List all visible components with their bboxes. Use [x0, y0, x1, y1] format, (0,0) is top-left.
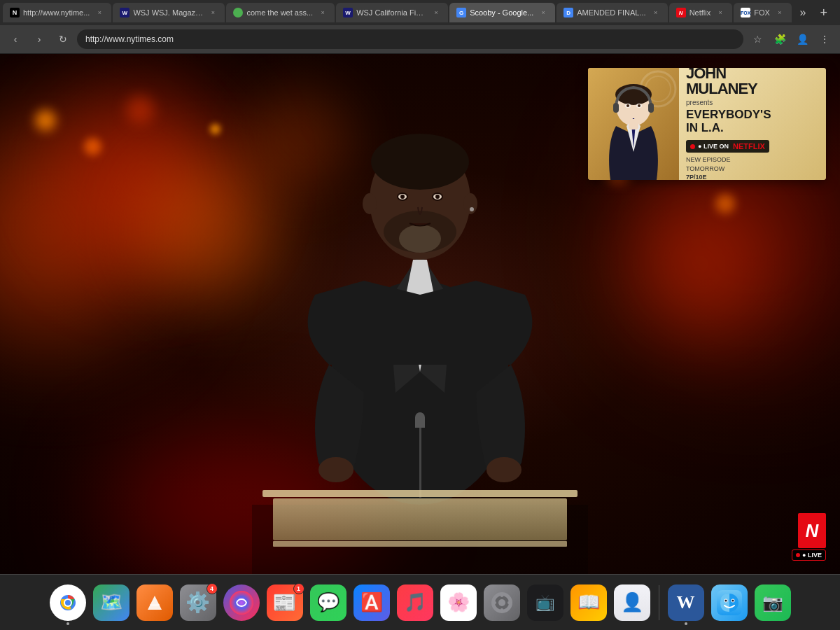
- contacts-app-icon: 👤: [614, 584, 650, 621]
- new-tab-button[interactable]: +: [814, 3, 834, 22]
- craft-app-icon: [136, 584, 173, 621]
- more-tabs-button[interactable]: »: [793, 3, 813, 22]
- svg-point-26: [626, 104, 629, 107]
- svg-point-6: [399, 225, 441, 253]
- bookmark-icon[interactable]: ☆: [748, 29, 767, 49]
- tab-label-scooby: Scooby - Google...: [470, 8, 533, 17]
- dock-item-news[interactable]: 📰 1: [265, 583, 304, 622]
- tab-favicon-scooby: G: [456, 8, 466, 18]
- tab-close-amended[interactable]: ×: [651, 8, 661, 18]
- macos-dock: 🗺️ ⚙️ 4: [0, 574, 840, 630]
- tab-wet[interactable]: come the wet ass... ×: [226, 3, 335, 22]
- svg-point-15: [470, 207, 474, 211]
- menu-icon[interactable]: ⋮: [815, 29, 834, 49]
- tab-nyt[interactable]: N http://www.nytime... ×: [3, 3, 111, 22]
- music-app-icon: 🎵: [397, 584, 433, 621]
- appstore-app-icon: 🅰️: [354, 584, 390, 621]
- svg-rect-39: [500, 593, 503, 597]
- refresh-button[interactable]: ↻: [53, 29, 73, 49]
- tab-label-wsj2: WSJ California Finds a...: [356, 8, 426, 17]
- tab-label-wet: come the wet ass...: [246, 8, 313, 17]
- tab-close-netflix[interactable]: ×: [715, 8, 725, 18]
- dock-item-settings[interactable]: ⚙️ 4: [178, 583, 218, 622]
- ad-episode-info: NEW EPISODE TOMORROW 7P/10E: [686, 155, 819, 180]
- ad-presenter-name: JOHN MULANEY: [686, 68, 819, 97]
- word-app-icon: W: [668, 584, 704, 621]
- tab-close-wsj2[interactable]: ×: [431, 8, 441, 18]
- dock-item-chrome[interactable]: [48, 583, 88, 622]
- tab-fox[interactable]: FOX FOX ×: [734, 3, 792, 22]
- dock-item-contacts[interactable]: 👤: [612, 583, 652, 622]
- tab-wsj2[interactable]: W WSJ California Finds a... ×: [336, 3, 448, 22]
- tab-label-wsj1: WSJ WSJ. Magazine: [133, 8, 203, 17]
- tab-close-fox[interactable]: ×: [775, 8, 785, 18]
- tab-close-wet[interactable]: ×: [318, 8, 328, 18]
- svg-rect-29: [648, 103, 654, 113]
- svg-rect-34: [150, 604, 160, 606]
- tab-wsj1[interactable]: W WSJ WSJ. Magazine ×: [113, 3, 225, 22]
- browser-content: JOHN MULANEY presents EVERYBODY'S IN L.A…: [0, 54, 840, 575]
- extensions-icon[interactable]: 🧩: [770, 29, 790, 49]
- settings-badge: 4: [206, 583, 218, 594]
- svg-point-12: [435, 195, 440, 199]
- tab-bar: N http://www.nytime... × W WSJ WSJ. Maga…: [0, 0, 840, 25]
- forward-button[interactable]: ›: [29, 29, 49, 49]
- dock-item-syspref[interactable]: [482, 583, 522, 622]
- back-button[interactable]: ‹: [6, 29, 25, 49]
- svg-point-16: [318, 457, 354, 482]
- tab-scooby[interactable]: G Scooby - Google... ×: [449, 3, 555, 22]
- dock-item-craft[interactable]: [135, 583, 174, 622]
- dock-item-maps[interactable]: 🗺️: [92, 583, 131, 622]
- svg-point-33: [65, 600, 71, 606]
- tab-favicon-wsj1: W: [120, 8, 130, 18]
- profile-icon[interactable]: 👤: [792, 29, 812, 49]
- ad-overlay: JOHN MULANEY presents EVERYBODY'S IN L.A…: [588, 68, 826, 180]
- dock-item-word[interactable]: W: [666, 583, 706, 622]
- chrome-active-dot: [66, 622, 69, 625]
- tab-netflix[interactable]: N Netflix ×: [669, 3, 733, 22]
- ad-text-content: JOHN MULANEY presents EVERYBODY'S IN L.A…: [679, 68, 826, 180]
- tab-close-wsj1[interactable]: ×: [208, 8, 218, 18]
- dock-item-music[interactable]: 🎵: [396, 583, 435, 622]
- svg-rect-40: [500, 608, 503, 612]
- dock-item-photos[interactable]: 🌸: [439, 583, 478, 622]
- svg-point-4: [371, 134, 469, 190]
- tab-favicon-fox: FOX: [741, 8, 750, 18]
- dock-item-messages[interactable]: 💬: [309, 583, 348, 622]
- tab-amended[interactable]: D AMENDED FINAL... ×: [556, 3, 667, 22]
- dock-item-appletv[interactable]: 📺: [526, 583, 565, 622]
- svg-point-14: [463, 193, 477, 214]
- address-input[interactable]: [77, 29, 743, 49]
- podium: [273, 490, 567, 547]
- tab-favicon-amended: D: [564, 8, 573, 18]
- svg-point-35: [230, 591, 253, 615]
- dock-item-siri[interactable]: [222, 583, 261, 622]
- finder-app-icon: [711, 584, 748, 621]
- ad-platform-label: NETFLIX: [733, 142, 765, 150]
- svg-point-11: [400, 195, 405, 199]
- syspref-app-icon: [484, 584, 520, 621]
- browser-chrome: N http://www.nytime... × W WSJ WSJ. Maga…: [0, 0, 840, 54]
- tab-label-netflix: Netflix: [690, 8, 711, 17]
- toolbar-icons: ☆ 🧩 👤 ⋮: [748, 29, 834, 49]
- tab-close-scooby[interactable]: ×: [538, 8, 548, 18]
- dock-item-facetime[interactable]: 📷: [753, 583, 792, 622]
- netflix-logo: N: [798, 513, 826, 548]
- ad-show-name: EVERYBODY'S IN L.A.: [686, 108, 819, 134]
- news-badge: 1: [293, 583, 304, 594]
- dock-item-finder[interactable]: [710, 583, 749, 622]
- appletv-app-icon: 📺: [527, 584, 564, 621]
- chrome-app-icon: [50, 584, 86, 621]
- svg-rect-41: [492, 601, 496, 604]
- dock-item-books[interactable]: 📖: [569, 583, 608, 622]
- tab-favicon-wet: [233, 8, 243, 18]
- live-badge-text: ● LIVE: [802, 552, 822, 559]
- svg-rect-28: [613, 103, 619, 113]
- tab-favicon-nyt: N: [10, 8, 20, 18]
- dock-item-appstore[interactable]: 🅰️: [352, 583, 391, 622]
- facetime-app-icon: 📷: [755, 584, 791, 621]
- microphone-stand: [415, 412, 425, 498]
- tab-label-nyt: http://www.nytime...: [23, 8, 90, 17]
- dock-separator: [659, 585, 659, 620]
- tab-close-nyt[interactable]: ×: [94, 8, 104, 18]
